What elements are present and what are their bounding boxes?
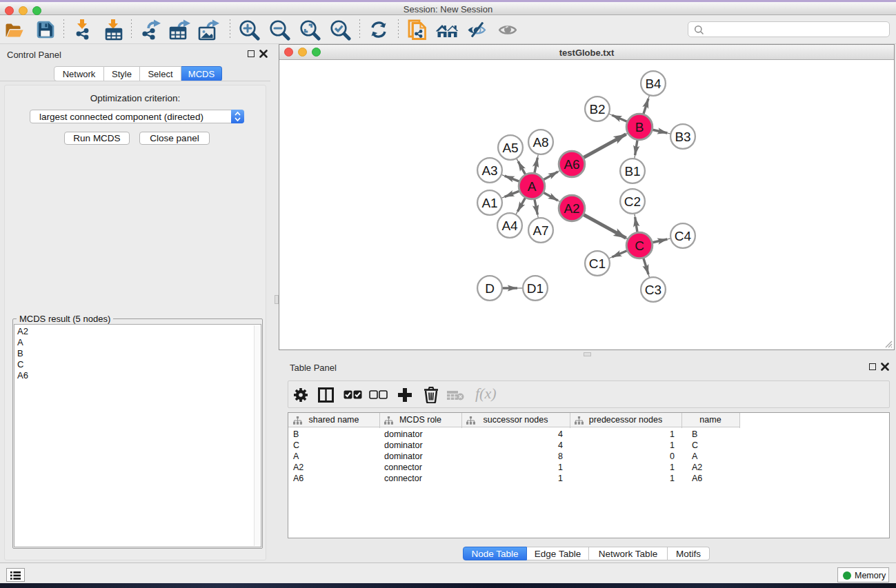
svg-text:C3: C3 xyxy=(645,283,661,297)
svg-text:B2: B2 xyxy=(589,102,605,116)
svg-text:B1: B1 xyxy=(624,164,640,179)
svg-text:D1: D1 xyxy=(527,281,544,296)
svg-text:A4: A4 xyxy=(501,219,518,233)
svg-text:A8: A8 xyxy=(532,135,548,150)
svg-text:C4: C4 xyxy=(675,229,692,243)
svg-text:B4: B4 xyxy=(645,77,661,91)
svg-text:B3: B3 xyxy=(675,130,690,144)
svg-text:A5: A5 xyxy=(502,141,518,155)
svg-text:D: D xyxy=(485,281,495,296)
svg-text:B: B xyxy=(635,120,644,134)
svg-text:A: A xyxy=(528,179,537,194)
svg-text:C1: C1 xyxy=(589,256,606,271)
svg-text:A3: A3 xyxy=(481,163,497,178)
svg-text:A7: A7 xyxy=(532,223,548,238)
svg-text:C2: C2 xyxy=(624,194,641,209)
svg-text:A6: A6 xyxy=(564,157,579,172)
svg-text:A1: A1 xyxy=(481,196,497,210)
svg-text:A2: A2 xyxy=(564,201,579,216)
svg-text:C: C xyxy=(635,239,644,253)
